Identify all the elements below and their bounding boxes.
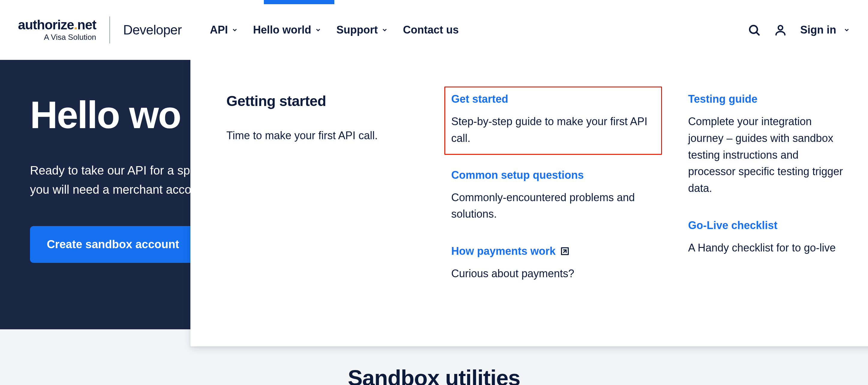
chevron-down-icon — [315, 27, 321, 33]
search-icon[interactable] — [747, 23, 761, 37]
primary-nav: API Hello world Support Contact us — [210, 24, 459, 36]
testing-guide-link[interactable]: Testing guide — [688, 93, 757, 105]
brand-prefix: authorize — [18, 18, 74, 32]
nav-api-label: API — [210, 24, 228, 36]
svg-line-1 — [756, 32, 759, 35]
brand-suffix: net — [78, 18, 96, 32]
chevron-down-icon — [231, 27, 238, 33]
nav-support[interactable]: Support — [336, 24, 388, 36]
go-live-body: A Handy checklist for to go-live — [688, 240, 844, 256]
common-setup-body: Commonly-encountered problems and soluti… — [451, 189, 655, 223]
testing-guide-body: Complete your integration journey – guid… — [688, 113, 844, 197]
common-setup-link[interactable]: Common setup questions — [451, 169, 584, 181]
brand-wordmark: authorize.net — [18, 18, 96, 31]
nav-contact-label: Contact us — [403, 24, 459, 36]
nav-hello-world[interactable]: Hello world — [253, 24, 321, 36]
how-payments-link[interactable]: How payments work — [451, 245, 570, 257]
svg-point-2 — [778, 26, 783, 30]
get-started-body: Step-by-step guide to make your first AP… — [451, 113, 655, 147]
hello-world-dropdown: Getting started Time to make your first … — [190, 46, 868, 346]
top-navbar: authorize.net A Visa Solution Developer … — [0, 0, 868, 60]
sign-in-button[interactable]: Sign in — [800, 24, 850, 36]
dropdown-col-middle: Get started Step-by-step guide to make y… — [451, 93, 655, 305]
brand-dot: . — [74, 18, 78, 32]
nav-support-label: Support — [336, 24, 378, 36]
dropdown-item-get-started: Get started Step-by-step guide to make y… — [444, 86, 662, 155]
dropdown-heading-body: Time to make your first API call. — [226, 127, 418, 144]
topbar-right: Sign in — [747, 23, 850, 37]
sign-in-label: Sign in — [800, 24, 836, 36]
dropdown-item-go-live: Go-Live checklist A Handy checklist for … — [688, 219, 844, 256]
sandbox-heading: Sandbox utilities — [0, 365, 868, 385]
dropdown-item-how-payments: How payments work Curious about payments… — [451, 245, 655, 282]
divider — [110, 16, 110, 43]
developer-link[interactable]: Developer — [123, 23, 182, 37]
dropdown-col-right: Testing guide Complete your integration … — [688, 93, 844, 305]
brand-tagline: A Visa Solution — [44, 33, 96, 42]
user-icon[interactable] — [774, 23, 787, 37]
nav-api[interactable]: API — [210, 24, 238, 36]
logo-block: authorize.net A Visa Solution Developer — [18, 16, 195, 43]
how-payments-body: Curious about payments? — [451, 265, 655, 282]
how-payments-label: How payments work — [451, 245, 556, 257]
dropdown-item-testing-guide: Testing guide Complete your integration … — [688, 93, 844, 197]
chevron-down-icon — [381, 27, 388, 33]
external-link-icon — [560, 246, 570, 256]
dropdown-col-intro: Getting started Time to make your first … — [226, 93, 418, 305]
brand-logo[interactable]: authorize.net A Visa Solution — [18, 18, 96, 42]
chevron-down-icon — [843, 27, 850, 33]
get-started-link[interactable]: Get started — [451, 93, 508, 105]
dropdown-heading: Getting started — [226, 93, 418, 109]
nav-hello-world-label: Hello world — [253, 24, 311, 36]
nav-contact[interactable]: Contact us — [403, 24, 459, 36]
dropdown-item-common-setup: Common setup questions Commonly-encounte… — [451, 169, 655, 223]
go-live-link[interactable]: Go-Live checklist — [688, 219, 777, 232]
active-tab-accent — [264, 0, 334, 4]
create-sandbox-account-button[interactable]: Create sandbox account — [30, 226, 196, 263]
